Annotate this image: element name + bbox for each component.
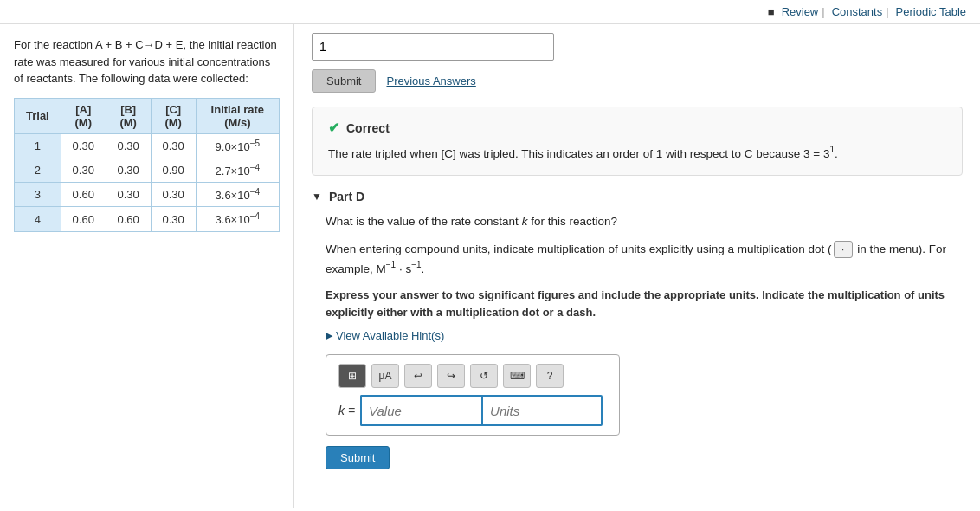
help-button[interactable]: ? [536,364,564,388]
cell-trial-1: 1 [15,133,61,158]
undo-button[interactable]: ↩ [404,364,432,388]
separator2: | [886,5,888,18]
col-header-b: [B](M) [106,98,151,133]
refresh-icon: ↺ [480,370,488,382]
periodic-table-link[interactable]: Periodic Table [896,5,966,18]
math-editor-box: ⊞ μA ↩ ↪ ↺ [326,354,620,436]
col-header-rate: Initial rate(M/s) [196,98,279,133]
part-d-instruction: When entering compound units, indicate m… [326,240,963,279]
review-link[interactable]: Review [782,5,819,18]
hint-arrow-icon: ▶ [326,330,332,341]
part-d-section: ▼ Part D What is the value of the rate c… [312,190,963,469]
units-input[interactable] [481,395,603,426]
cell-rate-1: 9.0×10−5 [196,133,279,158]
cell-c-1: 0.30 [151,133,196,158]
value-input[interactable] [360,395,481,426]
matrix-icon: ⊞ [348,370,357,382]
hint-link[interactable]: ▶ View Available Hint(s) [326,329,963,342]
cell-a-3: 0.60 [61,183,106,207]
part-d-body: What is the value of the rate constant k… [312,212,963,469]
keyboard-button[interactable]: ⌨ [503,364,531,388]
correct-header: ✔ Correct [328,120,946,136]
keyboard-icon: ⌨ [510,370,525,382]
submit-area: Submit [326,446,963,469]
cell-b-1: 0.30 [106,133,151,158]
correct-label: Correct [346,121,390,135]
refresh-button[interactable]: ↺ [470,364,498,388]
cell-a-2: 0.30 [61,158,106,182]
col-header-trial: Trial [15,98,61,133]
cell-b-2: 0.30 [106,158,151,182]
correct-box: ✔ Correct The rate tripled when [C] was … [312,107,963,176]
correct-body: The rate tripled when [C] was tripled. T… [328,143,946,163]
cell-trial-3: 3 [15,183,61,207]
answer-input-row [312,33,963,61]
cell-c-3: 0.30 [151,183,196,207]
math-input-row: k = [338,395,607,426]
cell-c-4: 0.30 [151,207,196,231]
question-icon: ? [547,370,553,382]
part-d-label: Part D [329,190,364,204]
cell-c-2: 0.90 [151,158,196,182]
main-layout: For the reaction A + B + C→D + E, the in… [0,24,980,508]
left-panel: For the reaction A + B + C→D + E, the in… [0,24,294,508]
col-header-a: [A](M) [61,98,106,133]
table-row: 1 0.30 0.30 0.30 9.0×10−5 [15,133,280,158]
cell-a-4: 0.60 [61,207,106,231]
hint-label: View Available Hint(s) [336,329,444,342]
k-label: k = [338,404,355,417]
cell-trial-2: 2 [15,158,61,182]
submit-button-bottom[interactable]: Submit [326,446,390,469]
table-row: 3 0.60 0.30 0.30 3.6×10−4 [15,183,280,207]
table-row: 2 0.30 0.30 0.90 2.7×10−4 [15,158,280,182]
math-toolbar: ⊞ μA ↩ ↪ ↺ [338,364,607,388]
dot-button-example: · [834,241,853,258]
data-table: Trial [A](M) [B](M) [C](M) Initial rate(… [14,98,280,232]
answer-input[interactable] [312,33,554,61]
part-d-bold-note: Express your answer to two significant f… [326,287,963,320]
part-d-header[interactable]: ▼ Part D [312,190,963,204]
previous-answers-link[interactable]: Previous Answers [386,74,475,87]
cell-b-4: 0.60 [106,207,151,231]
checkmark-icon: ✔ [328,120,339,136]
cell-rate-4: 3.6×10−4 [196,207,279,231]
review-icon: ■ [768,5,775,18]
top-bar: ■ Review | Constants | Periodic Table [0,0,980,24]
intro-text: For the reaction A + B + C→D + E, the in… [14,36,280,87]
redo-button[interactable]: ↪ [437,364,465,388]
cell-rate-3: 3.6×10−4 [196,183,279,207]
constants-link[interactable]: Constants [832,5,883,18]
col-header-c: [C](M) [151,98,196,133]
part-d-question: What is the value of the rate constant k… [326,212,963,231]
separator1: | [822,5,824,18]
submit-row: Submit Previous Answers [312,69,963,93]
submit-button-top[interactable]: Submit [312,69,376,93]
cell-a-1: 0.30 [61,133,106,158]
right-panel: Submit Previous Answers ✔ Correct The ra… [294,24,980,508]
mu-toolbar-button[interactable]: μA [371,364,399,388]
table-row: 4 0.60 0.60 0.30 3.6×10−4 [15,207,280,231]
mu-icon: μA [379,370,392,382]
cell-b-3: 0.30 [106,183,151,207]
cell-trial-4: 4 [15,207,61,231]
undo-icon: ↩ [414,370,422,382]
matrix-toolbar-button[interactable]: ⊞ [338,364,366,388]
cell-rate-2: 2.7×10−4 [196,158,279,182]
redo-icon: ↪ [447,370,455,382]
collapse-arrow-icon: ▼ [312,191,322,203]
